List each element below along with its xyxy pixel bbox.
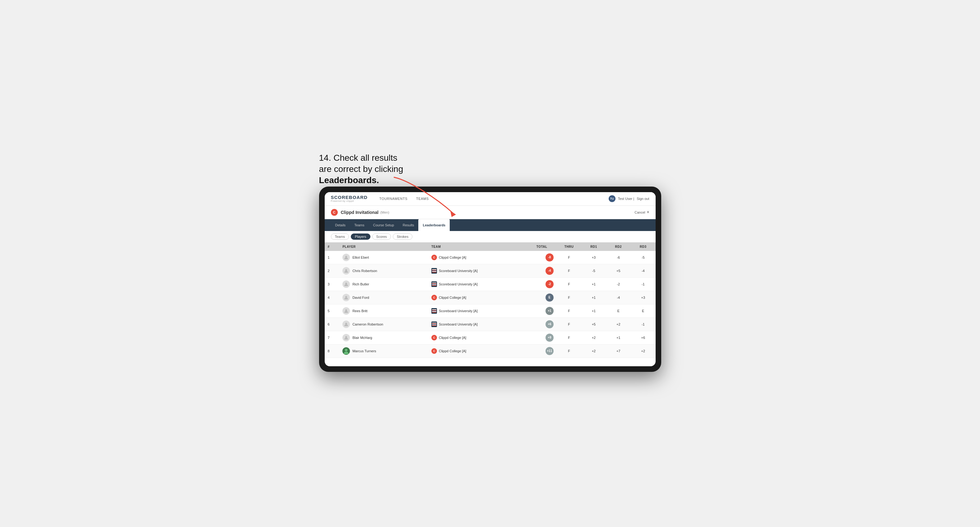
cell-rd1: +1 bbox=[581, 304, 606, 317]
tournament-title: Clippd Invitational bbox=[341, 210, 379, 215]
instruction-line1: 14. Check all results bbox=[319, 153, 398, 163]
leaderboard-table-container: # PLAYER TEAM TOTAL THRU RD1 RD2 RD3 1 bbox=[325, 243, 655, 358]
score-badge: +6 bbox=[546, 320, 554, 328]
player-avatar bbox=[342, 294, 350, 301]
sub-nav: Details Teams Course Setup Results Leade… bbox=[325, 219, 655, 231]
cell-total: -8 bbox=[527, 251, 557, 264]
cell-rd2: +2 bbox=[606, 317, 631, 331]
filter-strokes[interactable]: Strokes bbox=[393, 233, 412, 240]
top-nav: SCOREBOARD Powered by clippd TOURNAMENTS… bbox=[325, 192, 655, 206]
tablet-frame: SCOREBOARD Powered by clippd TOURNAMENTS… bbox=[319, 187, 661, 372]
cell-team: Scoreboard University [A] bbox=[428, 264, 527, 277]
svg-point-9 bbox=[345, 349, 347, 351]
tournament-header: C Clippd Invitational (Men) Cancel ✕ bbox=[325, 206, 655, 219]
team-logo-clippd: C bbox=[431, 255, 437, 260]
cell-rd2: E bbox=[606, 304, 631, 317]
cell-rd2: -2 bbox=[606, 277, 631, 291]
cell-rd1: +1 bbox=[581, 277, 606, 291]
col-header-rd1: RD1 bbox=[581, 243, 606, 251]
cell-total: E bbox=[527, 291, 557, 304]
table-row: 4 David Ford C Clippd College [A] E F +1… bbox=[325, 291, 655, 304]
nav-right: TU Test User | Sign out bbox=[609, 195, 649, 202]
filter-players[interactable]: Players bbox=[351, 233, 371, 240]
cell-team: Scoreboard University [A] bbox=[428, 304, 527, 317]
nav-tournaments[interactable]: TOURNAMENTS bbox=[375, 192, 412, 206]
cell-player: Rich Butler bbox=[339, 277, 428, 291]
cell-player: David Ford bbox=[339, 291, 428, 304]
cell-rd3: -1 bbox=[631, 277, 655, 291]
cell-rd1: +1 bbox=[581, 291, 606, 304]
logo-text: SCOREBOARD bbox=[331, 195, 368, 200]
tab-details[interactable]: Details bbox=[331, 219, 350, 231]
team-name: Scoreboard University [A] bbox=[439, 282, 478, 286]
cell-rank: 4 bbox=[325, 291, 340, 304]
score-badge: -4 bbox=[546, 267, 554, 275]
instruction-line3: Leaderboards. bbox=[319, 175, 379, 185]
tab-results[interactable]: Results bbox=[398, 219, 418, 231]
tab-teams[interactable]: Teams bbox=[350, 219, 369, 231]
tab-course-setup[interactable]: Course Setup bbox=[369, 219, 398, 231]
table-row: 5 Rees Britt Scoreboard University [A] +… bbox=[325, 304, 655, 317]
cell-rd1: +5 bbox=[581, 317, 606, 331]
cell-player: Rees Britt bbox=[339, 304, 428, 317]
cell-rd3: -4 bbox=[631, 264, 655, 277]
cell-total: -4 bbox=[527, 264, 557, 277]
team-name: Clippd College [A] bbox=[439, 256, 466, 259]
cell-total: -2 bbox=[527, 277, 557, 291]
cell-rd3: E bbox=[631, 304, 655, 317]
score-badge: +9 bbox=[546, 333, 554, 342]
team-logo-clippd: C bbox=[431, 348, 437, 354]
cell-thru: F bbox=[557, 304, 581, 317]
leaderboard-table: # PLAYER TEAM TOTAL THRU RD1 RD2 RD3 1 bbox=[325, 243, 655, 358]
player-name: Cameron Robertson bbox=[352, 322, 383, 326]
player-avatar bbox=[342, 267, 350, 275]
cell-rank: 1 bbox=[325, 251, 340, 264]
player-avatar bbox=[342, 254, 350, 261]
cell-total: +9 bbox=[527, 331, 557, 344]
cell-rd3: +2 bbox=[631, 344, 655, 357]
cell-rd3: -1 bbox=[631, 317, 655, 331]
score-badge: +1 bbox=[546, 307, 554, 315]
user-name: Test User | bbox=[618, 197, 634, 200]
team-logo-clippd: C bbox=[431, 335, 437, 340]
cell-player: Cameron Robertson bbox=[339, 317, 428, 331]
player-name: Elliot Ebert bbox=[352, 256, 369, 259]
cell-rank: 7 bbox=[325, 331, 340, 344]
filter-scores[interactable]: Scores bbox=[372, 233, 391, 240]
col-header-rd3: RD3 bbox=[631, 243, 655, 251]
cell-rd3: +3 bbox=[631, 291, 655, 304]
cell-team: Scoreboard University [A] bbox=[428, 277, 527, 291]
filter-teams[interactable]: Teams bbox=[331, 233, 349, 240]
cell-rank: 6 bbox=[325, 317, 340, 331]
score-badge: E bbox=[546, 294, 554, 302]
team-logo-scoreboard bbox=[431, 322, 437, 327]
tablet-screen: SCOREBOARD Powered by clippd TOURNAMENTS… bbox=[325, 192, 655, 366]
cell-rd1: +3 bbox=[581, 251, 606, 264]
cell-total: +11 bbox=[527, 344, 557, 357]
player-name: Marcus Turners bbox=[352, 349, 376, 353]
cell-team: C Clippd College [A] bbox=[428, 291, 527, 304]
cell-team: Scoreboard University [A] bbox=[428, 317, 527, 331]
col-header-team: TEAM bbox=[428, 243, 527, 251]
table-row: 2 Chris Robertson Scoreboard University … bbox=[325, 264, 655, 277]
cell-rd2: +7 bbox=[606, 344, 631, 357]
cell-thru: F bbox=[557, 317, 581, 331]
player-name: David Ford bbox=[352, 296, 369, 299]
team-logo-scoreboard bbox=[431, 268, 437, 274]
tournament-subtitle: (Men) bbox=[380, 211, 390, 214]
cancel-button[interactable]: Cancel ✕ bbox=[635, 210, 649, 214]
table-row: 3 Rich Butler Scoreboard University [A] … bbox=[325, 277, 655, 291]
user-avatar: TU bbox=[609, 195, 616, 202]
sign-out-link[interactable]: Sign out bbox=[636, 197, 649, 200]
cell-rank: 3 bbox=[325, 277, 340, 291]
cell-player: Elliot Ebert bbox=[339, 251, 428, 264]
instruction-text: 14. Check all results are correct by cli… bbox=[319, 152, 403, 186]
tab-leaderboards[interactable]: Leaderboards bbox=[418, 219, 450, 231]
cell-rd3: +6 bbox=[631, 331, 655, 344]
team-name: Clippd College [A] bbox=[439, 336, 466, 340]
cell-thru: F bbox=[557, 291, 581, 304]
table-header-row: # PLAYER TEAM TOTAL THRU RD1 RD2 RD3 bbox=[325, 243, 655, 251]
col-header-rd2: RD2 bbox=[606, 243, 631, 251]
team-name: Clippd College [A] bbox=[439, 349, 466, 353]
nav-teams[interactable]: TEAMS bbox=[412, 192, 433, 206]
